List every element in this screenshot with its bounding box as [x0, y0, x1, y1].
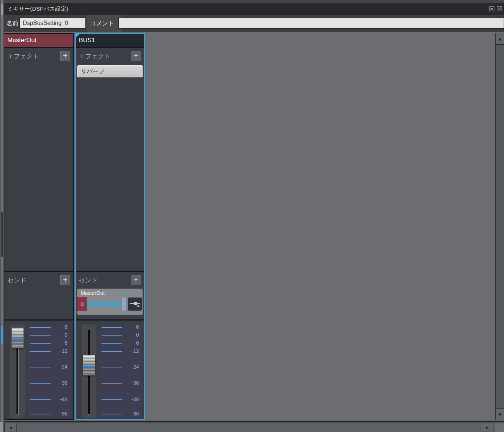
tick-line — [30, 383, 51, 384]
bus1-sends-label: センド — [79, 276, 98, 285]
tick-label: -48 — [60, 396, 67, 402]
masterout-strip-header[interactable]: MasterOut — [4, 34, 73, 48]
tick-label: -36 — [132, 380, 139, 386]
tick-label: -96 — [132, 411, 139, 417]
masterout-sends-section: センド + — [4, 272, 73, 319]
tick-label: -12 — [60, 348, 67, 354]
add-effect-button[interactable]: + — [60, 51, 70, 61]
tick-line — [30, 351, 51, 352]
horizontal-scrollbar[interactable]: ◀ ▶ — [4, 422, 495, 432]
send-item-masterout[interactable]: MasterOut 0 — [77, 289, 143, 315]
fader-knob-line — [12, 339, 23, 341]
send-level-value[interactable]: 0 — [77, 297, 87, 311]
tick-line — [102, 327, 122, 328]
bus1-effects-section: エフェクト + リバーブ — [76, 48, 144, 271]
tick-line — [102, 399, 122, 400]
bus1-fader-section: 60-6-12-24-36-48-96 — [76, 321, 144, 418]
tick-line — [102, 351, 122, 352]
masterout-fader-section: 60-6-12-24-36-48-96 — [4, 321, 73, 418]
send-target-label: MasterOut — [77, 289, 142, 297]
masterout-fader-knob[interactable] — [11, 327, 24, 348]
tick-line — [30, 343, 51, 344]
tick-line — [30, 327, 51, 328]
send-level-icon — [130, 300, 140, 308]
tick-line — [30, 399, 51, 400]
tick-label: 6 — [136, 324, 139, 330]
fader-scale-tick: -96 — [27, 414, 70, 414]
tick-label: -12 — [132, 348, 139, 354]
scroll-right-button[interactable]: ▶ — [481, 423, 493, 432]
fader-scale-tick: 6 — [99, 327, 142, 328]
tick-label: -6 — [63, 340, 67, 346]
left-panel-gutter — [0, 0, 4, 432]
bus1-strip-header[interactable]: BUS1 — [76, 34, 144, 48]
tick-line — [102, 367, 122, 367]
masterout-strip-title: MasterOut — [7, 37, 36, 44]
tick-line — [102, 335, 122, 336]
titlebar-icons — [489, 6, 503, 12]
name-input[interactable] — [19, 18, 86, 29]
masterout-fader-scale: 60-6-12-24-36-48-96 — [27, 325, 70, 418]
close-icon[interactable] — [496, 6, 503, 12]
effect-item-reverb[interactable]: リバーブ — [77, 65, 143, 77]
fader-scale-tick: 0 — [99, 335, 142, 336]
tick-label: -96 — [60, 411, 67, 417]
name-comment-row: 名前 コメント — [4, 15, 504, 32]
scrollbar-corner — [495, 422, 504, 432]
fader-scale-tick: -96 — [99, 414, 142, 414]
tick-line — [102, 414, 122, 414]
tick-line — [30, 335, 51, 336]
channel-strip-bus1[interactable]: BUS1 エフェクト + リバーブ センド + MasterOut 0 — [75, 33, 145, 420]
gutter-bottom-segment — [0, 422, 3, 432]
tick-label: -24 — [132, 364, 139, 370]
masterout-fader-track-panel — [10, 325, 25, 418]
tick-line — [30, 414, 51, 414]
add-send-button[interactable]: + — [60, 275, 70, 285]
scroll-up-button[interactable]: ▲ — [496, 33, 504, 45]
tick-label: 0 — [65, 332, 67, 338]
tick-label: 6 — [65, 324, 67, 330]
add-effect-button[interactable]: + — [131, 51, 141, 61]
bus1-strip-title: BUS1 — [79, 37, 95, 44]
send-level-slider[interactable] — [87, 297, 127, 311]
panel-titlebar[interactable]: ミキサー(DSPバス設定) — [4, 3, 504, 15]
fader-scale-tick: -6 — [99, 343, 142, 344]
send-settings-button[interactable] — [128, 297, 142, 311]
send-slider-handle[interactable] — [122, 297, 126, 311]
fader-scale-tick: 6 — [27, 327, 70, 328]
fader-scale-tick: -12 — [99, 351, 142, 352]
bus1-fader-track-panel — [82, 325, 96, 418]
channel-strip-masterout[interactable]: MasterOut エフェクト + センド + — [4, 33, 74, 420]
masterout-effects-label: エフェクト — [7, 52, 39, 61]
name-label: 名前 — [7, 20, 18, 28]
scroll-down-button[interactable]: ▼ — [496, 409, 504, 420]
gutter-dark-segment — [1, 212, 3, 257]
vertical-scrollbar[interactable]: ▲ ▼ — [495, 33, 504, 420]
comment-label: コメント — [90, 20, 114, 28]
gutter-blue-segment — [1, 326, 3, 344]
selection-corner-marker — [76, 34, 80, 38]
tick-line — [102, 343, 122, 344]
float-window-icon[interactable] — [489, 6, 495, 12]
fader-scale-tick: -24 — [27, 367, 70, 367]
fader-knob-line — [84, 366, 94, 368]
scroll-left-button[interactable]: ◀ — [4, 423, 17, 432]
bus1-sends-section: センド + MasterOut 0 — [76, 272, 144, 319]
add-send-button[interactable]: + — [131, 275, 141, 285]
send-slider-track — [87, 303, 122, 305]
comment-input[interactable] — [118, 18, 504, 29]
window-top-strip — [4, 0, 504, 3]
fader-scale-tick: -24 — [99, 367, 142, 367]
fader-scale-tick: -48 — [27, 399, 70, 400]
fader-scale-tick: -12 — [27, 351, 70, 352]
fader-scale-tick: 0 — [27, 335, 70, 336]
tick-label: -6 — [135, 340, 139, 346]
mixer-panel: ミキサー(DSPバス設定) 名前 コメント — [4, 0, 504, 432]
gutter-grip — [1, 4, 3, 15]
bus1-fader-knob[interactable] — [83, 355, 95, 376]
fader-scale-tick: -36 — [27, 383, 70, 384]
mixer-content-area: MasterOut エフェクト + センド + — [4, 32, 504, 422]
tick-line — [30, 367, 51, 367]
bus1-effects-label: エフェクト — [79, 52, 111, 61]
tick-line — [102, 383, 122, 384]
